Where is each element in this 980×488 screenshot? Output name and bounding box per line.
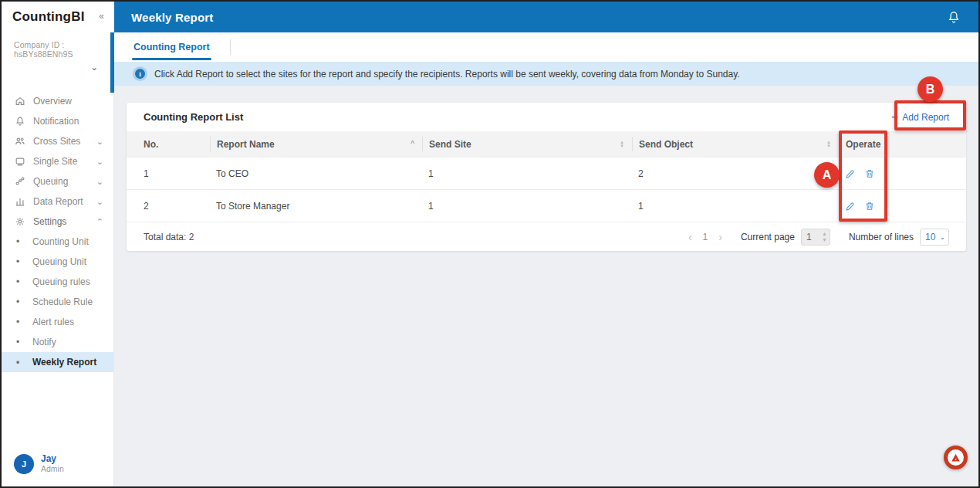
user-name: Jay xyxy=(41,454,64,464)
bullet-icon: • xyxy=(16,317,32,327)
stepper-icons[interactable]: ▲ ▼ xyxy=(822,231,827,243)
delete-trash-icon[interactable] xyxy=(864,168,875,179)
chevron-down-icon: ⌄ xyxy=(96,137,113,147)
gear-icon xyxy=(14,216,25,228)
table-row: 2 To Store Manager 1 1 xyxy=(127,189,966,222)
sort-asc-icon[interactable]: ^ xyxy=(411,140,414,148)
pagination: ‹ 1 › Current page ▲ ▼ Number of lines xyxy=(682,229,949,246)
sidebar-nav: Overview Notification Cross Sites ⌄ Sing… xyxy=(2,91,113,372)
sidebar-subitem-label: Queuing Unit xyxy=(32,256,86,267)
sidebar-subitem-queuing-rules[interactable]: • Queuing rules xyxy=(2,272,113,292)
bullet-icon: • xyxy=(16,357,32,368)
cell-send-object: 2 xyxy=(632,168,839,179)
sidebar-item-label: Queuing xyxy=(33,176,68,187)
sidebar-item-single-site[interactable]: Single Site ⌄ xyxy=(2,151,113,171)
lines-value: 10 xyxy=(925,232,935,242)
queue-icon xyxy=(14,176,25,188)
sidebar-item-label: Cross Sites xyxy=(33,136,80,147)
sidebar-item-notification[interactable]: Notification xyxy=(2,111,113,131)
edit-pencil-icon[interactable] xyxy=(845,201,856,212)
user-profile[interactable]: J Jay Admin xyxy=(2,445,113,486)
sort-down-icon: ▼ xyxy=(826,144,831,148)
alert-triangle-icon xyxy=(948,449,964,466)
sidebar-item-label: Data Report xyxy=(33,196,83,207)
stepper-up-icon: ▲ xyxy=(822,231,827,237)
sort-icon[interactable]: ▲ ▼ xyxy=(620,141,624,148)
sort-down-icon: ▼ xyxy=(620,144,624,148)
cell-no: 1 xyxy=(127,168,210,179)
chevron-down-icon: ⌄ xyxy=(96,157,113,167)
sidebar-item-label: Overview xyxy=(33,96,72,107)
current-page-input-wrap: ▲ ▼ xyxy=(801,229,830,246)
chart-icon xyxy=(14,196,25,208)
cell-report-name: To CEO xyxy=(210,168,422,179)
cell-send-object: 1 xyxy=(632,201,839,212)
sidebar-item-settings[interactable]: Settings ⌃ xyxy=(2,212,113,232)
chevron-up-icon: ⌃ xyxy=(96,217,113,227)
total-data-label: Total data: 2 xyxy=(144,232,194,242)
tab-counting-report[interactable]: Counting Report xyxy=(132,32,211,62)
sidebar-subitem-label: Schedule Rule xyxy=(32,297,93,307)
bell-icon xyxy=(14,116,25,127)
page-title: Weekly Report xyxy=(131,11,214,24)
bullet-icon: • xyxy=(16,236,32,247)
sidebar-item-data-report[interactable]: Data Report ⌄ xyxy=(2,191,113,212)
sidebar-subitem-notify[interactable]: • Notify xyxy=(2,332,113,352)
prev-page-icon[interactable]: ‹ xyxy=(682,231,698,243)
sidebar-item-overview[interactable]: Overview xyxy=(2,91,113,111)
sidebar-scrollbar-thumb[interactable] xyxy=(110,32,114,93)
add-report-label: Add Report xyxy=(902,112,949,123)
tab-bar: Counting Report xyxy=(114,32,978,62)
app-logo: CountingBI xyxy=(12,9,85,25)
cell-no: 2 xyxy=(127,201,210,212)
plus-icon: + xyxy=(891,113,898,122)
sidebar-subitem-schedule-rule[interactable]: • Schedule Rule xyxy=(2,292,113,312)
delete-trash-icon[interactable] xyxy=(864,201,875,212)
alert-fab-button[interactable] xyxy=(944,446,968,469)
tab-divider xyxy=(230,39,231,55)
edit-pencil-icon[interactable] xyxy=(845,168,856,179)
content-area: Counting Report List + Add Report No. Re… xyxy=(114,86,978,486)
user-role: Admin xyxy=(41,464,64,474)
sidebar-subitem-label: Notify xyxy=(32,337,56,347)
sidebar-subitem-label: Alert rules xyxy=(32,317,74,327)
column-send-site: Send Site xyxy=(429,139,471,150)
company-id-label: Company ID : hsBYs88ENh9S xyxy=(14,40,101,59)
sidebar-subitem-queuing-unit[interactable]: • Queuing Unit xyxy=(2,252,113,272)
sidebar-subitem-alert-rules[interactable]: • Alert rules xyxy=(2,312,113,332)
tab-active-underline xyxy=(132,58,211,60)
sidebar-item-queuing[interactable]: Queuing ⌄ xyxy=(2,171,113,191)
info-icon: i xyxy=(135,69,145,79)
column-send-object: Send Object xyxy=(639,139,693,150)
number-of-lines-label: Number of lines xyxy=(849,232,914,242)
sidebar-subitem-weekly-report[interactable]: • Weekly Report xyxy=(2,352,113,372)
sidebar-collapse-icon[interactable]: « xyxy=(99,11,104,22)
sort-icon[interactable]: ▲ ▼ xyxy=(826,141,831,148)
sidebar-subitem-counting-unit[interactable]: • Counting Unit xyxy=(2,232,113,252)
avatar: J xyxy=(14,454,34,474)
table-row: 1 To CEO 1 2 xyxy=(127,157,966,189)
add-report-button[interactable]: + Add Report xyxy=(891,112,949,123)
page-number[interactable]: 1 xyxy=(698,232,713,242)
chevron-down-icon: ⌄ xyxy=(939,233,945,241)
current-page-input[interactable] xyxy=(802,232,820,242)
next-page-icon[interactable]: › xyxy=(712,231,728,243)
column-operate: Operate xyxy=(846,139,880,150)
sidebar-item-cross-sites[interactable]: Cross Sites ⌄ xyxy=(2,131,113,151)
current-page-label: Current page xyxy=(741,232,795,242)
sidebar-subitem-label: Weekly Report xyxy=(32,357,96,368)
annotation-label-b: B xyxy=(917,76,943,102)
info-banner: i Click Add Report to select the sites f… xyxy=(114,62,978,86)
report-list-card: Counting Report List + Add Report No. Re… xyxy=(127,103,966,251)
top-header: Weekly Report xyxy=(114,2,978,32)
lines-per-page-select[interactable]: 10 ⌄ xyxy=(920,229,949,246)
info-banner-text: Click Add Report to select the sites for… xyxy=(154,69,740,80)
table-header-row: No. Report Name ^ Send Site ▲ ▼ Send Obj… xyxy=(127,131,966,157)
company-chevron-down-icon[interactable]: ⌄ xyxy=(14,62,101,73)
app-window: CountingBI « Company ID : hsBYs88ENh9S ⌄… xyxy=(0,0,980,488)
table-footer: Total data: 2 ‹ 1 › Current page ▲ ▼ xyxy=(127,222,966,251)
chevron-down-icon: ⌄ xyxy=(96,177,113,187)
tab-label: Counting Report xyxy=(133,42,210,53)
notification-bell-icon[interactable] xyxy=(946,9,961,25)
cell-report-name: To Store Manager xyxy=(210,201,422,212)
